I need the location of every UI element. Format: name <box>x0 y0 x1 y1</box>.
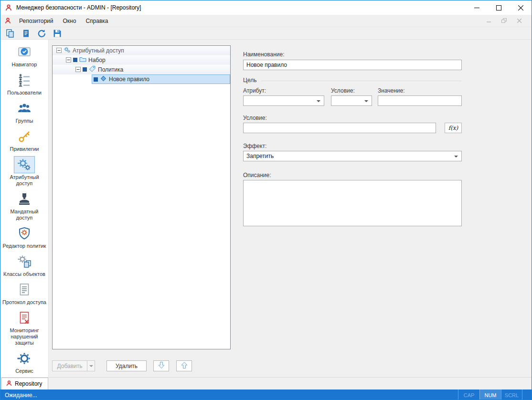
fx-button[interactable]: f(x) <box>445 123 462 133</box>
sidebar-item-label: Протокол доступа <box>2 299 47 305</box>
up-arrow-icon <box>181 361 188 370</box>
gear-documents-icon <box>14 253 35 270</box>
value-label: Значение: <box>378 87 405 94</box>
tree-expander-icon[interactable] <box>66 57 71 63</box>
title-bar: Менеджер безопасности - ADMIN - [Reposit… <box>0 0 532 15</box>
move-down-button[interactable] <box>153 360 169 371</box>
sidebar-item-label: Привилегии <box>2 146 47 152</box>
tree-item[interactable]: Атрибутный доступ <box>53 46 230 55</box>
key-icon <box>14 128 35 145</box>
document-icon[interactable] <box>20 28 32 39</box>
sidebar: Навигатор Пользователи Группы Привилегии <box>0 40 49 377</box>
gears-icon <box>64 46 71 55</box>
sidebar-item-label: Редактор политик <box>2 243 47 249</box>
window-title: Менеджер безопасности - ADMIN - [Reposit… <box>16 4 141 11</box>
sidebar-item-attribute-access[interactable]: Атрибутный доступ <box>1 156 48 187</box>
app-logo-icon <box>6 380 12 388</box>
add-dropdown-button[interactable] <box>87 360 95 371</box>
mdi-window-controls <box>485 17 524 25</box>
gears-icon <box>14 156 35 173</box>
caps-lock-indicator: CAP <box>458 389 479 400</box>
state-square-icon <box>94 77 98 82</box>
content-area: Атрибутный доступ Набор <box>49 40 532 377</box>
new-document-icon[interactable] <box>4 28 16 39</box>
sidebar-item-object-classes[interactable]: Классы объектов <box>1 253 48 277</box>
sidebar-item-label: Пользователи <box>2 90 47 96</box>
mdi-minimize-button[interactable] <box>485 17 493 25</box>
sidebar-item-mandatory-access[interactable]: Мандатный доступ <box>1 190 48 221</box>
add-button[interactable]: Добавить <box>52 360 87 371</box>
tree-item-label: Атрибутный доступ <box>73 47 124 54</box>
tree-item-label: Набор <box>88 57 106 63</box>
tree-item[interactable]: Набор <box>53 55 230 65</box>
tab-label: Repository <box>15 380 42 387</box>
menu-bar: Репозиторий Окно Справка <box>0 15 532 27</box>
mdi-child-icon[interactable] <box>4 17 11 24</box>
effect-combobox-value: Запретить <box>246 153 274 159</box>
menu-window[interactable]: Окно <box>58 16 81 26</box>
condition-combobox[interactable] <box>331 95 372 106</box>
description-textarea[interactable] <box>243 180 462 226</box>
stamp-icon <box>14 190 35 208</box>
down-arrow-icon <box>158 361 165 370</box>
tag-icon <box>89 65 96 74</box>
attribute-combobox[interactable] <box>243 95 324 106</box>
menu-repository[interactable]: Репозиторий <box>14 16 58 26</box>
condition-expr-input[interactable] <box>243 123 436 133</box>
sidebar-item-label: Мандатный доступ <box>2 209 47 221</box>
mdi-restore-button[interactable] <box>500 17 509 25</box>
target-group-label: Цель <box>243 77 256 84</box>
rules-tree: Атрибутный доступ Набор <box>52 45 231 349</box>
close-button[interactable] <box>510 0 532 15</box>
tree-item-label: Новое правило <box>109 76 149 83</box>
main-area: Навигатор Пользователи Группы Привилегии <box>0 40 532 377</box>
mdi-close-button[interactable] <box>515 17 524 25</box>
sidebar-item-privileges[interactable]: Привилегии <box>1 128 48 152</box>
minimize-button[interactable] <box>466 0 488 15</box>
diamond-icon <box>100 75 107 84</box>
chevron-down-icon <box>317 100 320 104</box>
sidebar-item-label: Мониторинг нарушений защиты <box>2 327 47 346</box>
navigator-icon <box>14 43 35 61</box>
sidebar-item-service[interactable]: Сервис <box>1 350 48 374</box>
shield-gear-icon <box>14 225 35 242</box>
users-list-icon <box>14 72 35 89</box>
sidebar-item-access-log[interactable]: Протокол доступа <box>1 281 48 305</box>
tree-item[interactable]: Политика <box>53 65 230 74</box>
menu-help[interactable]: Справка <box>81 16 113 26</box>
tree-selection[interactable]: Новое правило <box>92 74 230 84</box>
move-up-button[interactable] <box>176 360 192 371</box>
tree-expander-icon[interactable] <box>75 67 81 72</box>
sidebar-item-label: Классы объектов <box>2 271 47 277</box>
sidebar-item-label: Атрибутный доступ <box>2 174 47 187</box>
value-input[interactable] <box>378 95 462 106</box>
state-square-icon <box>83 67 87 72</box>
chevron-down-icon <box>89 365 93 369</box>
app-logo-icon <box>5 4 12 11</box>
effect-combobox[interactable]: Запретить <box>243 151 462 161</box>
mdi-tab-bar: Repository <box>0 377 532 389</box>
sidebar-item-policy-editor[interactable]: Редактор политик <box>1 225 48 249</box>
sidebar-item-users[interactable]: Пользователи <box>1 72 48 96</box>
rule-form: Наименование: Цель Атрибут: Условие: Зна… <box>243 40 462 377</box>
tree-expander-icon[interactable] <box>56 48 62 53</box>
lock-indicators: CAP NUM SCRL <box>458 389 522 400</box>
window-controls <box>466 0 532 15</box>
name-input[interactable] <box>243 60 462 70</box>
toolbar <box>0 27 532 40</box>
effect-label: Эффект: <box>243 143 266 149</box>
sidebar-item-violations-monitor[interactable]: Мониторинг нарушений защиты <box>1 309 48 346</box>
maximize-button[interactable] <box>488 0 510 15</box>
attribute-label: Атрибут: <box>243 87 266 94</box>
document-lines-icon <box>14 281 35 298</box>
refresh-icon[interactable] <box>36 28 47 39</box>
sidebar-item-navigator[interactable]: Навигатор <box>1 43 48 68</box>
delete-button[interactable]: Удалить <box>106 360 147 371</box>
folder-icon <box>79 56 86 64</box>
tab-repository[interactable]: Repository <box>1 378 48 389</box>
status-bar: Ожидание... CAP NUM SCRL <box>0 389 532 400</box>
save-icon[interactable] <box>52 28 63 39</box>
sidebar-item-groups[interactable]: Группы <box>1 100 48 124</box>
gear-icon <box>14 350 35 367</box>
tree-item-selected[interactable]: Новое правило <box>53 74 230 84</box>
